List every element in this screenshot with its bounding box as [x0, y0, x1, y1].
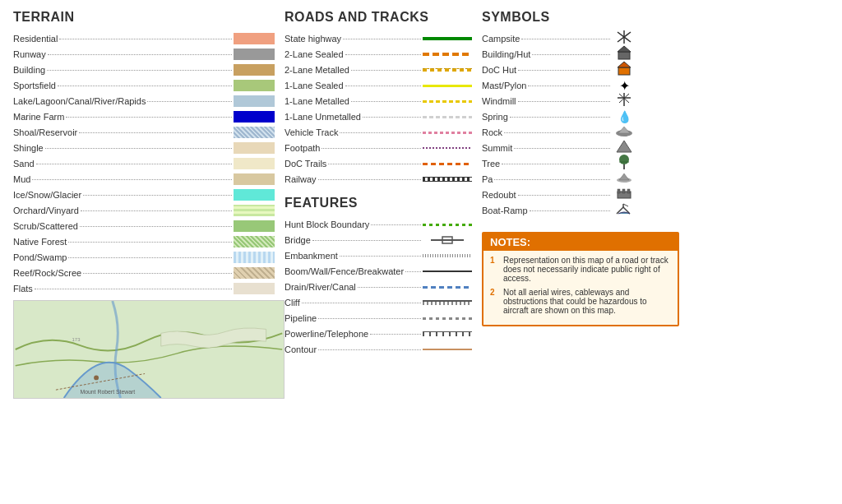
- road-label: Vehicle Track: [285, 127, 338, 137]
- list-item: Contour: [285, 342, 472, 357]
- terrain-swatch: [234, 142, 275, 154]
- roads-title: ROADS AND TRACKS: [285, 10, 472, 25]
- svg-marker-20: [617, 141, 632, 152]
- terrain-column: TERRAIN Residential Runway Building Spor…: [8, 10, 280, 504]
- road-label: State highway: [285, 34, 341, 44]
- feature-swatch: [423, 266, 472, 277]
- svg-marker-19: [618, 127, 630, 133]
- svg-line-31: [623, 204, 628, 206]
- terrain-label: Scrub/Scattered: [13, 221, 78, 231]
- symbol-label: Pa: [482, 174, 493, 184]
- symbol-label: Rock: [482, 127, 502, 137]
- feature-label: Drain/River/Canal: [285, 282, 356, 292]
- list-item: Boom/Wall/Fence/Breakwater: [285, 264, 472, 279]
- dots: [358, 287, 421, 288]
- list-item: Tree: [482, 156, 636, 171]
- feature-label: Embankment: [285, 251, 338, 261]
- road-swatch: [423, 49, 472, 60]
- terrain-label: Reef/Rock/Scree: [13, 268, 81, 278]
- terrain-label: Mud: [13, 174, 30, 184]
- svg-rect-27: [618, 189, 620, 193]
- dots: [502, 164, 610, 164]
- dots: [318, 349, 421, 350]
- list-item: Cliff: [285, 295, 472, 310]
- terrain-label: Sportsfield: [13, 81, 56, 90]
- terrain-swatch: [234, 49, 275, 60]
- terrain-swatch: [234, 33, 275, 44]
- road-label: 1-Lane Metalled: [285, 96, 349, 106]
- dots: [48, 54, 232, 55]
- list-item: 1-Lane Unmetalled: [285, 109, 472, 124]
- feature-swatch: [423, 234, 472, 246]
- dots: [322, 148, 421, 149]
- dots: [328, 164, 421, 164]
- dots: [318, 318, 421, 319]
- list-item: Lake/Lagoon/Canal/River/Rapids: [13, 94, 275, 109]
- symbol-label: Boat-Ramp: [482, 206, 528, 215]
- road-swatch: [423, 80, 472, 91]
- road-swatch: [423, 127, 472, 138]
- dots: [47, 70, 232, 71]
- list-item: 2-Lane Metalled: [285, 62, 472, 77]
- feature-label: Cliff: [285, 298, 300, 307]
- svg-marker-11: [618, 46, 631, 52]
- legend-panel: TERRAIN Residential Runway Building Spor…: [0, 0, 842, 504]
- list-item: Ice/Snow/Glacier: [13, 187, 275, 202]
- feature-label: Bridge: [285, 235, 311, 245]
- features-title: FEATURES: [285, 196, 472, 210]
- symbols-column: SYMBOLS Campsite Building/Hut DoC Hut Ma…: [477, 10, 641, 504]
- svg-marker-13: [618, 62, 631, 67]
- feature-swatch: [423, 312, 472, 324]
- road-label: Railway: [285, 174, 317, 184]
- list-item: Pipeline: [285, 311, 472, 326]
- list-item: Mud: [13, 172, 275, 187]
- list-item: Footpath: [285, 141, 472, 155]
- feature-label: Contour: [285, 344, 317, 354]
- terrain-swatch: [234, 95, 275, 107]
- list-item: Sportsfield: [13, 78, 275, 93]
- dots: [518, 195, 610, 196]
- list-item: Native Forest: [13, 234, 275, 249]
- list-item: Sand: [13, 156, 275, 171]
- symbol-label: Tree: [482, 159, 500, 169]
- road-swatch: [423, 142, 472, 154]
- dots: [351, 101, 421, 102]
- list-item: DoC Trails: [285, 156, 472, 171]
- terrain-swatch: [234, 64, 275, 76]
- feature-swatch: [423, 281, 472, 293]
- notes-text-1: Representation on this map of a road or …: [503, 256, 671, 283]
- list-item: Bridge: [285, 233, 472, 247]
- list-item: Shoal/Reservoir: [13, 125, 275, 140]
- list-item: Campsite: [482, 31, 636, 46]
- dots: [83, 195, 232, 196]
- terrain-label: Pond/Swamp: [13, 252, 67, 262]
- dots: [66, 117, 232, 118]
- dots: [405, 271, 421, 272]
- road-label: 1-Lane Sealed: [285, 81, 344, 90]
- dots: [32, 179, 232, 180]
- symbol-label: Campsite: [482, 34, 520, 44]
- list-item: Flats: [13, 281, 275, 296]
- road-label: 1-Lane Unmetalled: [285, 112, 361, 122]
- terrain-label: Ice/Snow/Glacier: [13, 190, 81, 200]
- dots: [36, 164, 232, 164]
- list-item: State highway: [285, 31, 472, 46]
- symbol-label: Spring: [482, 112, 508, 122]
- list-item: Railway: [285, 172, 472, 187]
- spring-icon: 💧: [612, 110, 636, 123]
- dots: [518, 101, 610, 102]
- list-item: Runway: [13, 47, 275, 62]
- terrain-label: Flats: [13, 284, 33, 294]
- svg-rect-10: [618, 52, 630, 59]
- windmill-icon: [612, 91, 636, 111]
- list-item: Redoubt: [482, 187, 636, 202]
- terrain-swatch: [234, 252, 275, 263]
- road-label: DoC Trails: [285, 159, 326, 169]
- list-item: Pond/Swamp: [13, 250, 275, 265]
- list-item: 1-Lane Metalled: [285, 94, 472, 109]
- feature-swatch: [423, 219, 472, 230]
- dots: [363, 117, 421, 118]
- symbol-label: Redoubt: [482, 190, 516, 200]
- dots: [504, 132, 610, 133]
- list-item: Drain/River/Canal: [285, 280, 472, 294]
